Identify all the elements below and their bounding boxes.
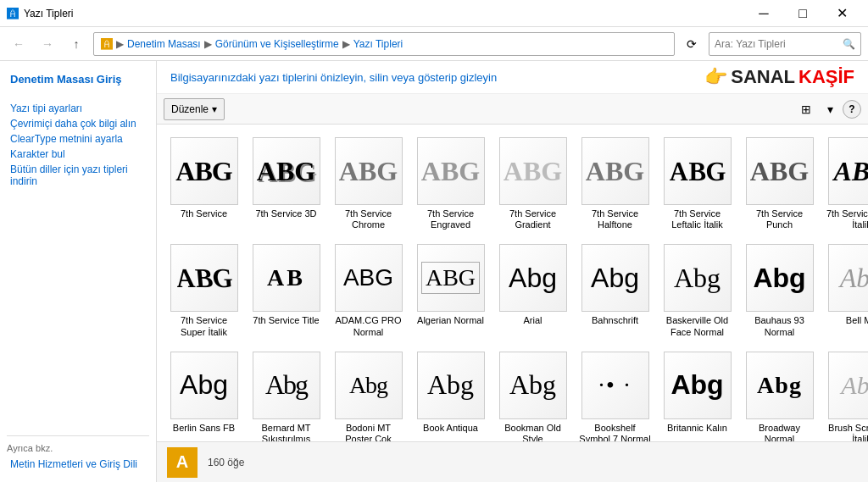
font-preview: ABG (421, 262, 480, 294)
font-item[interactable]: ABGAlgerian Normal (410, 238, 491, 343)
font-icon: ABG (581, 137, 649, 205)
sidebar-link-3[interactable]: Karakter bul (7, 147, 149, 162)
font-label: 7th Service Gradient (497, 208, 569, 230)
font-item[interactable]: AbgBrush Script MT İtalik (821, 346, 868, 441)
font-item[interactable]: AbgBahnschrift (575, 238, 655, 343)
font-item[interactable]: ABGADAM.CG PRO Normal (328, 238, 409, 343)
close-button[interactable]: ✕ (822, 0, 861, 27)
font-label: Britannic Kalın (667, 423, 727, 434)
also-see-title: Ayrıca bkz. (7, 443, 149, 453)
font-label: 7th Service (181, 208, 227, 219)
font-item[interactable]: AbgBroadway Normal (739, 346, 820, 441)
font-label: Bookman Old Style (497, 423, 569, 441)
font-item[interactable]: AbgBaskerville Old Face Normal (657, 238, 737, 343)
font-preview: ABG (834, 156, 868, 187)
path-icon: 🅰 (101, 37, 113, 51)
font-preview: AB (267, 264, 305, 291)
font-label: ADAM.CG PRO Normal (332, 315, 404, 337)
logo-kasif: KAŞİF (798, 66, 854, 88)
font-item[interactable]: AbgBook Antiqua (410, 346, 491, 441)
font-item[interactable]: ABG7th Service Semi İtalik (821, 131, 868, 236)
font-item[interactable]: AbgBell MT (821, 238, 868, 343)
font-item[interactable]: ·• ·Bookshelf Symbol 7 Normal (575, 346, 655, 441)
up-button[interactable]: ↑ (64, 32, 88, 56)
sidebar-link-2[interactable]: ClearType metnini ayarla (7, 131, 149, 147)
banner-text: Bilgisayarınızdaki yazı tiplerini önizle… (170, 71, 497, 84)
font-item[interactable]: AbgBernard MT Sıkıştırılmış (246, 346, 326, 441)
maximize-button[interactable]: □ (783, 0, 822, 27)
font-item[interactable]: ABG7th Service Chrome (328, 131, 409, 236)
font-item[interactable]: AbgBritannic Kalın (657, 346, 737, 441)
font-preview: Abg (265, 369, 307, 401)
font-item[interactable]: ABG7th Service Halftone (575, 131, 655, 236)
path-yazi[interactable]: Yazı Tipleri (353, 38, 403, 50)
search-box[interactable]: 🔍 (709, 32, 861, 56)
view-grid-button[interactable]: ⊞ (795, 98, 817, 120)
font-item[interactable]: AbgBauhaus 93 Normal (739, 238, 820, 343)
sidebar-section: Yazı tipi ayarları Çevrimiçi daha çok bi… (7, 101, 149, 189)
font-preview: ABG (175, 156, 231, 187)
font-item[interactable]: AB7th Service Title (246, 238, 326, 343)
font-icon: ABG (335, 137, 403, 205)
main-layout: Denetim Masası Giriş Yazı tipi ayarları … (0, 61, 868, 482)
organize-button[interactable]: Düzenle ▾ (164, 98, 225, 120)
font-icon: Abg (581, 244, 649, 312)
font-label: Algerian Normal (417, 315, 484, 326)
font-icon: ABG (828, 137, 869, 205)
font-icon: Abg (664, 352, 732, 419)
font-label: 7th Service Super İtalik (168, 315, 240, 337)
font-preview: Abg (753, 263, 805, 294)
font-item[interactable]: ABG7th Service 3D (246, 131, 326, 236)
logo-hand-icon: 👉 (704, 66, 727, 88)
organize-arrow-icon: ▾ (212, 103, 217, 115)
font-icon: ABG (253, 137, 320, 205)
logo: 👉 SANAL KAŞİF (704, 66, 854, 88)
view-dropdown-button[interactable]: ▾ (819, 98, 841, 120)
font-preview: Abg (427, 369, 474, 401)
path-denetim[interactable]: Denetim Masası (127, 38, 201, 50)
font-preview: Abg (841, 371, 868, 400)
font-item[interactable]: AbgBerlin Sans FB (164, 346, 244, 441)
sidebar-link-1[interactable]: Çevrimiçi daha çok bilgi alın (7, 116, 149, 131)
app-icon: 🅰 (7, 7, 19, 20)
font-item[interactable]: AbgArial (492, 238, 573, 343)
sidebar-primary-link[interactable]: Denetim Masası Giriş (7, 71, 149, 87)
forward-button[interactable]: → (36, 32, 59, 56)
font-item[interactable]: ABG7th Service Punch (739, 131, 820, 236)
font-preview: Abg (349, 372, 387, 399)
font-preview: ABG (504, 156, 562, 187)
back-button[interactable]: ← (7, 32, 31, 56)
font-item[interactable]: ABG7th Service Engraved (410, 131, 491, 236)
font-item[interactable]: AbgBodoni MT Poster Çok Sıkıştırılmış İn… (328, 346, 409, 441)
font-icon: Abg (664, 244, 732, 312)
font-preview: ABG (257, 156, 315, 187)
font-icon: Abg (828, 244, 869, 312)
font-icon: Abg (335, 352, 403, 419)
font-item[interactable]: ABG7th Service Leftalic İtalik (657, 131, 737, 236)
also-see: Ayrıca bkz. Metin Hizmetleri ve Giriş Di… (7, 435, 149, 472)
font-icon: Abg (253, 352, 320, 419)
font-label: Broadway Normal (743, 423, 815, 441)
font-item[interactable]: ABG7th Service Gradient (492, 131, 573, 236)
refresh-button[interactable]: ⟳ (680, 32, 704, 56)
font-label: Brush Script MT İtalik (826, 423, 868, 441)
font-item[interactable]: AbgBookman Old Style (492, 346, 573, 441)
font-label: Bauhaus 93 Normal (743, 315, 815, 337)
font-item[interactable]: ABG7th Service (164, 131, 244, 236)
search-input[interactable] (715, 38, 843, 50)
sidebar-link-0[interactable]: Yazı tipi ayarları (7, 101, 149, 116)
minimize-button[interactable]: ─ (744, 0, 783, 27)
font-label: Bookshelf Symbol 7 Normal (579, 423, 651, 441)
sidebar-also-see-0[interactable]: Metin Hizmetleri ve Giriş Dili (7, 457, 149, 472)
font-label: Berlin Sans FB (173, 423, 235, 434)
sidebar-link-4[interactable]: Bütün diller için yazı tipleri indirin (7, 162, 149, 189)
path-gorunum[interactable]: Görünüm ve Kişiselleştirme (215, 38, 339, 50)
logo-sanal: SANAL (731, 66, 795, 88)
font-preview: Abg (180, 369, 228, 401)
font-icon: ABG (499, 137, 567, 205)
organize-label: Düzenle (171, 103, 209, 115)
font-item[interactable]: ABG7th Service Super İtalik (164, 238, 244, 343)
content-toolbar: Düzenle ▾ ⊞ ▾ ? (157, 94, 868, 125)
font-label: 7th Service 3D (255, 208, 316, 219)
help-button[interactable]: ? (843, 100, 861, 119)
